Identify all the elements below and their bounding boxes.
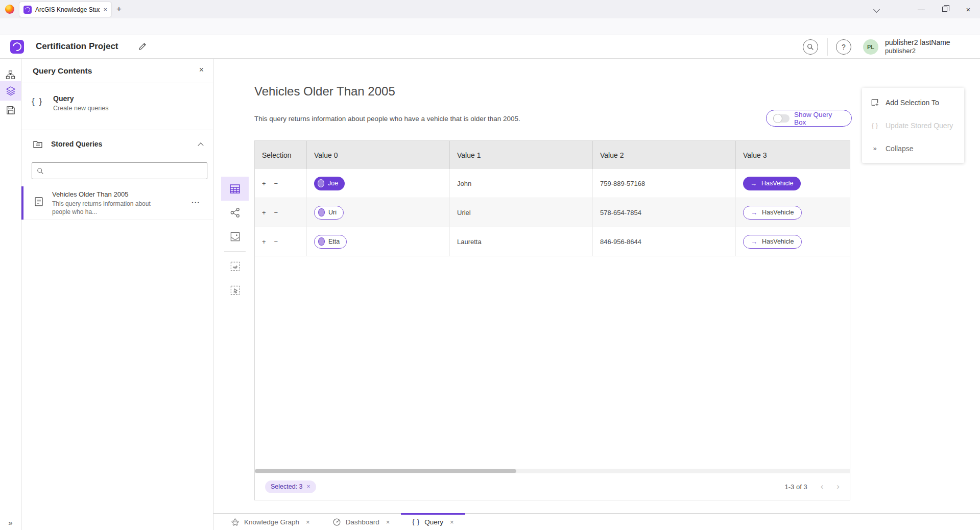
stored-query-title: Vehicles Older Than 2005: [52, 190, 128, 198]
firefox-icon[interactable]: [5, 5, 14, 14]
arrow-right-icon: →: [751, 238, 757, 246]
remove-from-selection-button[interactable]: −: [274, 180, 278, 187]
query-title: Vehicles Older Than 2005: [254, 84, 395, 99]
horizontal-scrollbar[interactable]: [255, 469, 850, 473]
selection-box-icon: [230, 285, 241, 296]
query-contents-panel: Query Contents × { } Query Create new qu…: [21, 59, 213, 530]
restore-icon: [942, 7, 947, 12]
braces-icon: { }: [32, 97, 43, 107]
entity-node-icon: [318, 208, 325, 216]
edit-pencil-icon[interactable]: [138, 42, 147, 51]
tab-dashboard[interactable]: Dashboard ×: [321, 514, 401, 530]
scrollbar-thumb[interactable]: [255, 469, 516, 473]
expand-rail-button[interactable]: »: [0, 518, 21, 527]
braces-icon: { }: [870, 122, 879, 129]
save-floppy-icon: [6, 106, 15, 115]
user-avatar[interactable]: PL: [863, 39, 878, 55]
table-row: + − Etta Lauretta 846-956-8644 →HasVehic…: [255, 227, 850, 256]
stored-query-doc-icon: [34, 197, 44, 207]
clear-selection-icon[interactable]: ×: [307, 483, 310, 490]
stored-queries-title: Stored Queries: [51, 140, 102, 148]
tab-close-icon[interactable]: ×: [386, 518, 390, 526]
knowledge-graph-icon: [231, 518, 240, 526]
help-button[interactable]: ?: [836, 39, 851, 55]
map-view-button[interactable]: [221, 225, 249, 249]
select-tool-button[interactable]: [221, 278, 249, 302]
item-options-icon[interactable]: ···: [192, 199, 200, 207]
add-to-selection-button[interactable]: +: [262, 180, 266, 187]
previous-page-button[interactable]: ‹: [821, 481, 824, 492]
double-chevron-right-icon: »: [870, 144, 879, 152]
entity-pill[interactable]: Joe: [314, 177, 345, 190]
menu-item-collapse[interactable]: » Collapse: [862, 137, 964, 160]
hierarchy-icon: [6, 70, 15, 80]
browser-tab-strip: ArcGIS Knowledge Studio × + — ×: [0, 0, 980, 18]
selection-cell: + −: [255, 169, 307, 198]
toggle-track: [773, 114, 790, 123]
column-header[interactable]: Value 3: [736, 141, 850, 169]
panel-header: Query Contents ×: [21, 59, 213, 83]
table-view-button[interactable]: [221, 177, 249, 201]
menu-item-label: Collapse: [886, 144, 913, 153]
map-selection-view-button[interactable]: [221, 254, 249, 278]
relationship-pill[interactable]: →HasVehicle: [743, 177, 801, 190]
search-button[interactable]: [803, 39, 818, 55]
menu-item-label: Add Selection To: [886, 99, 939, 107]
value-cell: Uriel: [450, 198, 593, 227]
relationship-pill[interactable]: →HasVehicle: [743, 206, 802, 220]
left-icon-rail: »: [0, 59, 21, 530]
remove-from-selection-button[interactable]: −: [274, 209, 278, 216]
entity-node-icon: [318, 237, 325, 246]
tab-close-icon[interactable]: ×: [306, 518, 310, 526]
add-to-selection-button[interactable]: +: [262, 238, 266, 246]
view-switcher: [221, 177, 249, 302]
entity-cell: Etta: [307, 227, 450, 256]
query-description: This query returns information about peo…: [254, 115, 520, 123]
chevron-up-icon[interactable]: [198, 142, 203, 148]
window-restore-button[interactable]: [933, 0, 957, 18]
tab-label: Knowledge Graph: [244, 518, 299, 526]
column-header[interactable]: Value 2: [593, 141, 736, 169]
relationship-cell: →HasVehicle: [736, 169, 850, 198]
selected-count-label: Selected: 3: [271, 483, 303, 490]
header-divider: [827, 38, 828, 56]
next-page-button[interactable]: ›: [836, 481, 840, 492]
sidebar-item-save[interactable]: [0, 101, 21, 120]
stored-query-description: This query returns information about peo…: [52, 200, 157, 216]
browser-tab[interactable]: ArcGIS Knowledge Studio ×: [19, 2, 111, 17]
stored-queries-header[interactable]: Stored Queries: [21, 136, 213, 154]
window-close-button[interactable]: ×: [957, 0, 980, 18]
menu-item-update-stored-query[interactable]: { } Update Stored Query: [862, 114, 964, 137]
stored-query-item[interactable]: Vehicles Older Than 2005 This query retu…: [21, 186, 213, 220]
table-footer: Selected: 3 × 1-3 of 3 ‹ ›: [255, 473, 850, 500]
selected-count-chip[interactable]: Selected: 3 ×: [265, 480, 316, 493]
braces-icon: { }: [412, 518, 420, 525]
window-minimize-button[interactable]: —: [910, 0, 933, 18]
tab-close-icon[interactable]: ×: [450, 518, 454, 526]
query-viewer: Vehicles Older Than 2005 This query retu…: [213, 59, 980, 513]
new-query-card[interactable]: { } Query Create new queries: [21, 83, 213, 130]
entity-pill[interactable]: Uri: [314, 206, 344, 220]
link-chart-view-button[interactable]: [221, 201, 249, 225]
tab-close-icon[interactable]: ×: [103, 6, 107, 13]
panel-close-icon[interactable]: ×: [199, 65, 204, 75]
add-to-selection-button[interactable]: +: [262, 209, 266, 216]
view-rail-divider: [224, 251, 246, 252]
entity-pill[interactable]: Etta: [314, 235, 347, 249]
remove-from-selection-button[interactable]: −: [274, 238, 278, 246]
selection-cell: + −: [255, 198, 307, 227]
menu-item-add-selection-to[interactable]: Add Selection To: [862, 91, 964, 114]
sidebar-item-contents[interactable]: [0, 81, 21, 101]
column-header[interactable]: Value 0: [307, 141, 450, 169]
new-tab-button[interactable]: +: [116, 4, 122, 14]
column-header[interactable]: Value 1: [450, 141, 593, 169]
stored-queries-search-input[interactable]: [32, 162, 207, 179]
options-menu: Add Selection To { } Update Stored Query…: [862, 88, 964, 163]
tab-query[interactable]: { } Query ×: [401, 514, 465, 530]
show-query-box-toggle[interactable]: Show Query Box: [766, 110, 852, 127]
column-header[interactable]: Selection: [255, 141, 307, 169]
relationship-pill[interactable]: →HasVehicle: [743, 235, 802, 249]
value-cell: John: [450, 169, 593, 198]
tab-knowledge-graph[interactable]: Knowledge Graph ×: [220, 514, 321, 530]
list-tabs-icon[interactable]: [873, 6, 880, 13]
